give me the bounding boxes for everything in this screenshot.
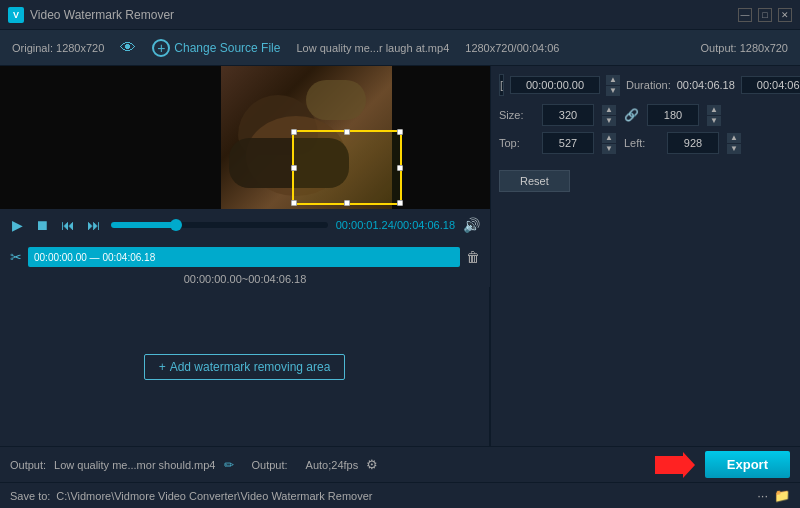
app-icon: V bbox=[8, 7, 24, 23]
stop-button[interactable]: ⏹ bbox=[33, 215, 51, 235]
timeline-fill bbox=[111, 222, 176, 228]
height-input[interactable] bbox=[647, 104, 699, 126]
close-button[interactable]: ✕ bbox=[778, 8, 792, 22]
plus-icon: + bbox=[159, 360, 166, 374]
next-frame-button[interactable]: ⏭ bbox=[85, 215, 103, 235]
top-up[interactable]: ▲ bbox=[602, 133, 616, 143]
export-area: Export bbox=[655, 451, 790, 478]
left-input[interactable] bbox=[667, 132, 719, 154]
left-up[interactable]: ▲ bbox=[727, 133, 741, 143]
play-button[interactable]: ▶ bbox=[10, 215, 25, 235]
preview-toggle-button[interactable]: 👁 bbox=[120, 39, 136, 57]
footer-settings-value: Auto;24fps bbox=[306, 459, 359, 471]
scissors-icon: ✂ bbox=[10, 249, 22, 265]
video-content bbox=[221, 66, 393, 209]
end-time-input[interactable] bbox=[741, 76, 800, 94]
change-source-button[interactable]: + Change Source File bbox=[152, 39, 280, 57]
more-options-button[interactable]: ··· bbox=[757, 488, 768, 503]
footer-output-file: Low quality me...mor should.mp4 bbox=[54, 459, 215, 471]
top-down[interactable]: ▼ bbox=[602, 144, 616, 154]
output-label: Output: 1280x720 bbox=[701, 42, 788, 54]
left-label: Left: bbox=[624, 137, 659, 149]
clip-time-label: 00:00:00.00 — 00:04:06.18 bbox=[34, 252, 155, 263]
original-label: Original: 1280x720 bbox=[12, 42, 104, 54]
window-controls: — □ ✕ bbox=[738, 8, 792, 22]
add-watermark-button[interactable]: + Add watermark removing area bbox=[144, 354, 346, 380]
footer-settings-label: Output: bbox=[252, 459, 288, 471]
export-arrow-icon bbox=[655, 452, 695, 478]
minimize-button[interactable]: — bbox=[738, 8, 752, 22]
start-time-down[interactable]: ▼ bbox=[606, 86, 620, 96]
left-spinner: ▲ ▼ bbox=[727, 133, 741, 154]
save-to-label: Save to: bbox=[10, 490, 50, 502]
height-up[interactable]: ▲ bbox=[707, 105, 721, 115]
top-input[interactable] bbox=[542, 132, 594, 154]
reset-row: Reset bbox=[499, 166, 792, 192]
export-button[interactable]: Export bbox=[705, 451, 790, 478]
size-row: Size: ▲ ▼ 🔗 ▲ ▼ bbox=[499, 104, 792, 126]
position-row: Top: ▲ ▼ Left: ▲ ▼ bbox=[499, 132, 792, 154]
prev-frame-button[interactable]: ⏮ bbox=[59, 215, 77, 235]
clip-duration-label: 00:00:00.00~00:04:06.18 bbox=[0, 271, 490, 287]
file-info: 1280x720/00:04:06 bbox=[465, 42, 559, 54]
width-down[interactable]: ▼ bbox=[602, 116, 616, 126]
top-label: Top: bbox=[499, 137, 534, 149]
app-wrapper: V Video Watermark Remover — □ ✕ Original… bbox=[0, 0, 800, 508]
add-watermark-label: Add watermark removing area bbox=[170, 360, 331, 374]
clip-bar[interactable]: 00:00:00.00 — 00:04:06.18 bbox=[28, 247, 460, 267]
time-range-row: [ ▲ ▼ Duration: 00:04:06.18 ▲ ▼ ] bbox=[499, 74, 792, 96]
time-display: 00:00:01.24/00:04:06.18 bbox=[336, 219, 455, 231]
height-down[interactable]: ▼ bbox=[707, 116, 721, 126]
top-spinner: ▲ ▼ bbox=[602, 133, 616, 154]
video-preview bbox=[0, 66, 490, 209]
bracket-left-button[interactable]: [ bbox=[499, 74, 504, 96]
footer-output-label: Output: bbox=[10, 459, 46, 471]
settings-gear-icon[interactable]: ⚙ bbox=[366, 457, 378, 472]
start-time-spinner: ▲ ▼ bbox=[606, 75, 620, 96]
duration-label: Duration: bbox=[626, 79, 671, 91]
open-folder-button[interactable]: 📁 bbox=[774, 488, 790, 503]
video-dark-right bbox=[392, 66, 490, 209]
start-time-input[interactable] bbox=[510, 76, 600, 94]
timeline-track[interactable] bbox=[111, 222, 328, 228]
svg-marker-0 bbox=[655, 452, 695, 478]
width-spinner: ▲ ▼ bbox=[602, 105, 616, 126]
size-label: Size: bbox=[499, 109, 534, 121]
left-panel: + Add watermark removing area bbox=[0, 287, 490, 446]
clip-delete-button[interactable]: 🗑 bbox=[466, 249, 480, 265]
link-icon[interactable]: 🔗 bbox=[624, 108, 639, 122]
timeline-area: ▶ ⏹ ⏮ ⏭ 00:00:01.24/00:04:06.18 🔊 bbox=[0, 209, 490, 243]
right-settings-panel: [ ▲ ▼ Duration: 00:04:06.18 ▲ ▼ ] Size: bbox=[490, 66, 800, 446]
middle-section: ▶ ⏹ ⏮ ⏭ 00:00:01.24/00:04:06.18 🔊 ✂ 00:0… bbox=[0, 66, 800, 446]
video-center bbox=[221, 66, 393, 209]
save-path: C:\Vidmore\Vidmore Video Converter\Video… bbox=[56, 490, 751, 502]
title-bar: V Video Watermark Remover — □ ✕ bbox=[0, 0, 800, 30]
timeline-thumb[interactable] bbox=[170, 219, 182, 231]
clip-row: ✂ 00:00:00.00 — 00:04:06.18 🗑 bbox=[0, 243, 490, 271]
volume-icon[interactable]: 🔊 bbox=[463, 217, 480, 233]
height-spinner: ▲ ▼ bbox=[707, 105, 721, 126]
playback-controls: ▶ ⏹ ⏮ ⏭ 00:00:01.24/00:04:06.18 🔊 bbox=[10, 215, 480, 235]
footer: Output: Low quality me...mor should.mp4 … bbox=[0, 446, 800, 482]
edit-output-icon[interactable]: ✏ bbox=[224, 458, 234, 472]
video-dark-left bbox=[0, 66, 221, 209]
maximize-button[interactable]: □ bbox=[758, 8, 772, 22]
top-bar: Original: 1280x720 👁 + Change Source Fil… bbox=[0, 30, 800, 66]
left-half: ▶ ⏹ ⏮ ⏭ 00:00:01.24/00:04:06.18 🔊 ✂ 00:0… bbox=[0, 66, 490, 446]
plus-circle-icon: + bbox=[152, 39, 170, 57]
width-up[interactable]: ▲ bbox=[602, 105, 616, 115]
start-time-up[interactable]: ▲ bbox=[606, 75, 620, 85]
reset-button[interactable]: Reset bbox=[499, 170, 570, 192]
duration-value: 00:04:06.18 bbox=[677, 79, 735, 91]
left-down[interactable]: ▼ bbox=[727, 144, 741, 154]
width-input[interactable] bbox=[542, 104, 594, 126]
save-row: Save to: C:\Vidmore\Vidmore Video Conver… bbox=[0, 482, 800, 508]
app-title: Video Watermark Remover bbox=[30, 8, 174, 22]
file-name: Low quality me...r laugh at.mp4 bbox=[296, 42, 449, 54]
